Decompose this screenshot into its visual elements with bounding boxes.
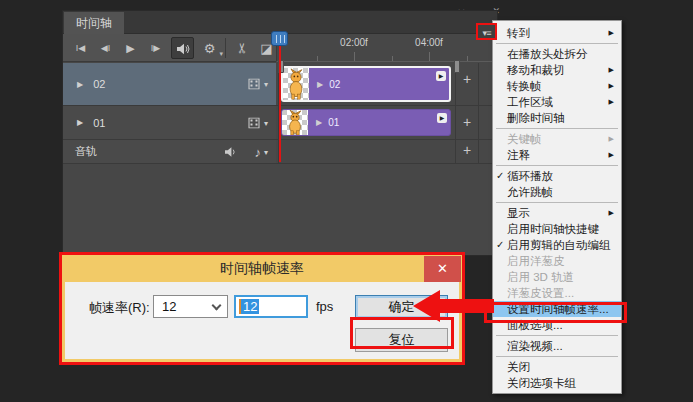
ruler-tick (392, 56, 393, 61)
previous-frame-button[interactable]: ◀Ι (96, 43, 115, 53)
menu-item-comments[interactable]: 注释▶ (493, 147, 621, 163)
menu-item-show[interactable]: 显示▶ (493, 205, 621, 221)
timeline-frame-rate-dialog: 时间轴帧速率 ✕ 帧速率(R): 12 12 fps 确定 复位 (62, 255, 462, 362)
track-header-02[interactable]: ▶ 02 ▾ (63, 63, 276, 105)
menu-item-split-at-playhead[interactable]: 在播放头处拆分 (493, 46, 621, 62)
dialog-body: 帧速率(R): 12 12 fps 确定 复位 (65, 282, 459, 359)
menu-item-allow-frame-skipping[interactable]: 允许跳帧 (493, 184, 621, 200)
selected-text: 12 (239, 299, 259, 314)
menu-item-render-video[interactable]: 渲染视频... (493, 338, 621, 354)
fps-unit-label: fps (316, 299, 333, 314)
filmstrip-icon (248, 79, 261, 90)
audio-dropdown-icon[interactable]: ▾ (264, 147, 268, 156)
submenu-arrow-icon: ▶ (609, 78, 614, 94)
clip-properties-badge[interactable]: ▶ (437, 113, 447, 123)
menu-separator (496, 202, 618, 203)
reset-button[interactable]: 复位 (355, 328, 448, 352)
clip-01[interactable]: ▶ 01 ▶ (281, 109, 451, 136)
menu-separator (496, 43, 618, 44)
clip-lane: ▶ 01 ▶ (278, 106, 454, 139)
menu-item-delete-timeline[interactable]: 删除时间轴 (493, 110, 621, 126)
speaker-icon[interactable] (224, 146, 237, 157)
timeline-ruler[interactable]: 02:00f 04:00f (276, 34, 497, 62)
track-label: 音轨 (75, 144, 97, 159)
menu-item-enable-timeline-shortcuts[interactable]: 启用时间轴快捷键 (493, 221, 621, 237)
clip-thumbnail (282, 110, 308, 135)
track-type-dropdown-icon[interactable]: ▾ (264, 118, 268, 127)
track-label: 01 (93, 117, 105, 129)
track-header-audio[interactable]: 音轨 ♪ ▾ (63, 140, 276, 163)
menu-item-loop-playback[interactable]: ✓循环播放 (493, 168, 621, 184)
menu-separator (496, 165, 618, 166)
menu-item-convert-frames[interactable]: 转换帧▶ (493, 78, 621, 94)
checkmark-icon: ✓ (496, 168, 504, 184)
menu-item-set-timeline-frame-rate[interactable]: 设置时间轴帧速率... (493, 301, 621, 317)
clip-name: 02 (329, 79, 340, 90)
menu-item-goto[interactable]: 转到▶ (493, 25, 621, 41)
menu-item-close-tab-group[interactable]: 关闭选项卡组 (493, 375, 621, 391)
expand-track-icon[interactable]: ▶ (77, 80, 83, 89)
menu-separator (496, 335, 618, 336)
add-media-button[interactable]: + (455, 106, 479, 139)
timeline-settings-button[interactable]: ⚙ ▾ (200, 41, 219, 56)
speaker-icon (176, 43, 190, 55)
clip-02[interactable]: ▶ 02 ▶ (281, 66, 451, 102)
frame-rate-label: 帧速率(R): (89, 299, 150, 317)
filmstrip-icon (248, 117, 261, 128)
ruler-tick (354, 52, 355, 61)
clip-thumbnail (283, 68, 309, 100)
submenu-arrow-icon: ▶ (609, 205, 614, 221)
menu-item-enable-onion-skins: 启用洋葱皮 (493, 253, 621, 269)
toolbar-divider (225, 38, 226, 58)
ruler-tick (429, 52, 430, 61)
clip-expander-icon[interactable]: ▶ (317, 80, 323, 89)
scissors-icon: ✂ (233, 42, 249, 54)
submenu-arrow-icon: ▶ (609, 62, 614, 78)
submenu-arrow-icon: ▶ (609, 94, 614, 110)
clip-lane: ▶ 02 ▶ (278, 63, 454, 105)
dialog-close-button[interactable]: ✕ (424, 256, 461, 282)
mute-audio-button[interactable] (171, 37, 194, 59)
next-frame-button[interactable]: Ι▶ (146, 43, 165, 53)
ruler-label: 02:00f (340, 37, 368, 48)
menu-separator (496, 128, 618, 129)
menu-item-enable-3d-track: 启用 3D 轨道 (493, 269, 621, 285)
tab-timeline[interactable]: 时间轴 (64, 12, 124, 34)
dialog-title: 时间轴帧速率 (62, 255, 462, 281)
submenu-arrow-icon: ▶ (609, 131, 614, 147)
work-area-end-handle[interactable] (454, 60, 460, 73)
menu-separator (496, 356, 618, 357)
first-frame-button[interactable]: Ι◀ (71, 43, 90, 53)
audio-clip-lane (278, 140, 454, 163)
menu-item-onion-skin-settings: 洋葱皮设置... (493, 285, 621, 301)
menu-item-close[interactable]: 关闭 (493, 359, 621, 375)
menu-item-panel-options[interactable]: 面板选项... (493, 317, 621, 333)
panel-flyout-menu: 转到▶ 在播放头处拆分 移动和裁切▶ 转换帧▶ 工作区域▶ 删除时间轴 关键帧▶… (492, 20, 622, 394)
playhead-line (279, 46, 281, 162)
character-thumbnail (282, 110, 308, 135)
ok-button[interactable]: 确定 (355, 295, 448, 319)
ruler-tick (467, 56, 468, 61)
split-at-playhead-button[interactable]: ✂ (232, 40, 251, 56)
track-type-dropdown-icon[interactable]: ▾ (264, 80, 268, 89)
submenu-arrow-icon: ▶ (609, 147, 614, 163)
playhead-marker[interactable] (271, 31, 288, 46)
play-button[interactable]: ▶ (121, 42, 140, 55)
expand-track-icon[interactable]: ▶ (77, 118, 83, 127)
menu-item-work-area[interactable]: 工作区域▶ (493, 94, 621, 110)
menu-item-enable-auto-grouping[interactable]: ✓启用剪辑的自动编组 (493, 237, 621, 253)
clip-properties-badge[interactable]: ▶ (436, 71, 446, 81)
frame-rate-input[interactable]: 12 (234, 295, 308, 318)
gear-icon: ⚙ (204, 41, 216, 56)
track-label: 02 (93, 78, 105, 90)
checkmark-icon: ✓ (496, 237, 504, 253)
frame-rate-select[interactable]: 12 (153, 295, 228, 318)
menu-item-move-trim[interactable]: 移动和裁切▶ (493, 62, 621, 78)
annotation-highlight-dialog: 时间轴帧速率 ✕ 帧速率(R): 12 12 fps 确定 复位 (59, 252, 465, 365)
character-thumbnail (283, 68, 309, 100)
submenu-arrow-icon: ▶ (609, 25, 614, 41)
clip-expander-icon[interactable]: ▶ (316, 118, 322, 127)
panel-menu-button[interactable]: ▾≡ (476, 23, 497, 40)
track-header-01[interactable]: ▶ 01 ▾ (63, 106, 276, 139)
add-audio-button[interactable]: + (455, 140, 479, 163)
